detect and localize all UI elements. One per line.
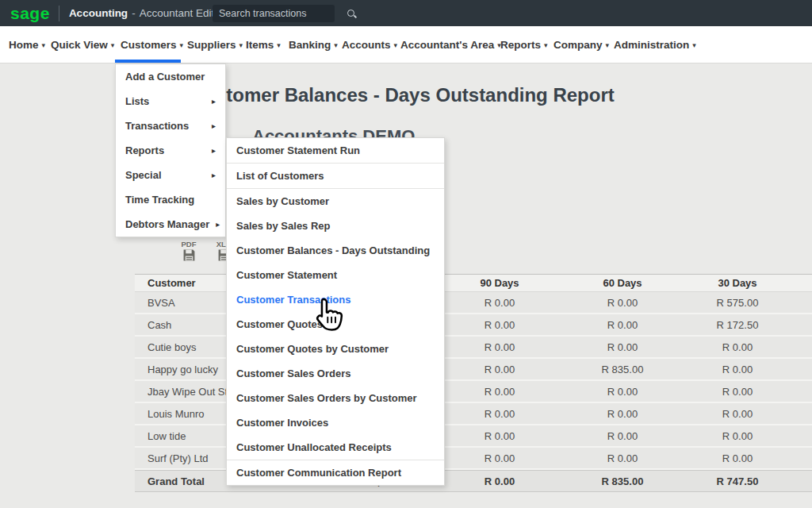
reports-submenu: Customer Statement Run List of Customers… xyxy=(226,137,445,486)
menu-item-time-tracking[interactable]: Time Tracking xyxy=(116,187,225,212)
value-60-days: R 0.00 xyxy=(555,408,690,420)
floppy-disk-icon xyxy=(182,248,196,262)
value-90-days: R 0.00 xyxy=(444,364,555,375)
menu-item-sales-by-customer[interactable]: Sales by Customer xyxy=(227,189,444,214)
value-30-days: R 575.00 xyxy=(690,297,785,309)
chevron-down-icon: ▾ xyxy=(334,41,338,49)
nav-item-reports[interactable]: Reports▾ xyxy=(500,26,548,64)
page-title: Customer Balances - Days Outstanding Rep… xyxy=(190,84,615,106)
value-60-days: R 835.00 xyxy=(555,364,690,375)
value-90-days: R 0.00 xyxy=(444,408,555,420)
chevron-down-icon: ▾ xyxy=(692,41,696,49)
chevron-down-icon: ▾ xyxy=(394,41,398,49)
menu-item-customer-statement-run[interactable]: Customer Statement Run xyxy=(227,138,444,163)
app-window: sage Accounting - Accountant Edition Hom… xyxy=(0,0,812,508)
submenu-arrow-icon: ▸ xyxy=(216,212,220,237)
menu-item-list-of-customers[interactable]: List of Customers xyxy=(227,164,444,188)
chevron-down-icon: ▾ xyxy=(277,41,281,49)
nav-item-accounts[interactable]: Accounts▾ xyxy=(342,26,397,64)
value-90-days: R 0.00 xyxy=(444,430,555,442)
menu-item-customer-sales-orders-by-customer[interactable]: Customer Sales Orders by Customer xyxy=(227,386,444,410)
value-30-days: R 0.00 xyxy=(690,452,785,464)
export-pdf-label: PDF xyxy=(182,240,197,248)
chevron-down-icon: ▾ xyxy=(606,41,610,49)
search-box[interactable] xyxy=(213,5,335,22)
nav-item-accountants-area[interactable]: Accountant's Area▾ xyxy=(400,26,501,64)
nav-item-suppliers[interactable]: Suppliers▾ xyxy=(187,26,243,64)
chevron-down-icon: ▾ xyxy=(42,41,46,49)
value-90-days: R 0.00 xyxy=(444,386,555,398)
nav-item-customers[interactable]: Customers▾ xyxy=(121,26,183,64)
chevron-down-icon: ▾ xyxy=(180,41,184,49)
menu-item-customer-statement[interactable]: Customer Statement xyxy=(227,263,444,287)
nav-item-company[interactable]: Company▾ xyxy=(553,26,609,64)
nav-item-banking[interactable]: Banking▾ xyxy=(289,26,338,64)
value-60-days: R 0.00 xyxy=(555,452,690,464)
column-header-90-days: 90 Days xyxy=(444,277,555,289)
menu-item-customer-invoices[interactable]: Customer Invoices xyxy=(227,410,444,435)
value-30-days: R 747.50 xyxy=(690,475,785,487)
submenu-arrow-icon: ▸ xyxy=(212,114,216,138)
menu-item-sales-by-sales-rep[interactable]: Sales by Sales Rep xyxy=(227,214,444,238)
column-header-60-days: 60 Days xyxy=(555,277,690,289)
value-90-days: R 0.00 xyxy=(444,475,555,487)
value-90-days: R 0.00 xyxy=(444,452,555,464)
menu-item-customer-balances-days-outstanding[interactable]: Customer Balances - Days Outstanding xyxy=(227,238,444,263)
chevron-down-icon: ▾ xyxy=(111,41,115,49)
value-30-days: R 0.00 xyxy=(690,430,785,442)
value-90-days: R 0.00 xyxy=(444,297,555,309)
menu-item-customer-quotes[interactable]: Customer Quotes xyxy=(227,312,444,337)
menu-item-customer-sales-orders[interactable]: Customer Sales Orders xyxy=(227,361,444,386)
product-name: Accounting xyxy=(69,7,128,19)
submenu-arrow-icon: ▸ xyxy=(212,163,216,187)
product-separator: - xyxy=(132,7,136,19)
menu-item-customer-communication-report[interactable]: Customer Communication Report xyxy=(227,460,444,485)
value-90-days: R 0.00 xyxy=(444,341,555,353)
menu-item-special[interactable]: Special▸ xyxy=(116,163,225,187)
main-nav: Home▾ Quick View▾ Customers▾ Suppliers▾ … xyxy=(0,26,812,64)
chevron-down-icon: ▾ xyxy=(544,41,548,49)
chevron-down-icon: ▾ xyxy=(239,41,243,49)
nav-item-administration[interactable]: Administration▾ xyxy=(614,26,696,64)
menu-item-customer-unallocated-receipts[interactable]: Customer Unallocated Receipts xyxy=(227,435,444,460)
search-input[interactable] xyxy=(219,8,347,19)
menu-item-reports[interactable]: Reports▸ xyxy=(116,138,225,163)
menu-item-lists[interactable]: Lists▸ xyxy=(116,89,225,114)
value-30-days: R 0.00 xyxy=(690,364,785,375)
export-pdf-button[interactable]: PDF xyxy=(173,240,205,270)
customers-dropdown-menu: Add a Customer Lists▸ Transactions▸ Repo… xyxy=(115,64,226,237)
logo-divider xyxy=(59,6,59,21)
value-60-days: R 0.00 xyxy=(555,297,690,309)
menu-item-debtors-manager[interactable]: Debtors Manager▸ xyxy=(116,212,225,237)
menu-item-customer-quotes-by-customer[interactable]: Customer Quotes by Customer xyxy=(227,337,444,361)
menu-item-add-a-customer[interactable]: Add a Customer xyxy=(116,64,225,89)
value-30-days: R 172.50 xyxy=(690,319,785,331)
nav-item-quick-view[interactable]: Quick View▾ xyxy=(51,26,114,64)
nav-item-items[interactable]: Items▾ xyxy=(246,26,281,64)
active-tab-indicator xyxy=(115,60,181,63)
menu-item-customer-transactions[interactable]: Customer Transactions xyxy=(227,287,444,312)
value-60-days: R 0.00 xyxy=(555,430,690,442)
search-icon[interactable] xyxy=(347,9,357,19)
value-60-days: R 835.00 xyxy=(555,475,690,487)
submenu-arrow-icon: ▸ xyxy=(212,138,216,163)
top-bar: sage Accounting - Accountant Edition xyxy=(0,0,812,26)
column-header-30-days: 30 Days xyxy=(690,277,785,289)
nav-item-home[interactable]: Home▾ xyxy=(9,26,45,64)
value-60-days: R 0.00 xyxy=(555,341,690,353)
value-90-days: R 0.00 xyxy=(444,319,555,331)
value-60-days: R 0.00 xyxy=(555,386,690,398)
value-30-days: R 0.00 xyxy=(690,386,785,398)
submenu-arrow-icon: ▸ xyxy=(212,89,216,114)
value-30-days: R 0.00 xyxy=(690,408,785,420)
menu-item-transactions[interactable]: Transactions▸ xyxy=(116,114,225,138)
value-30-days: R 0.00 xyxy=(690,341,785,353)
value-60-days: R 0.00 xyxy=(555,319,690,331)
sage-logo: sage xyxy=(10,0,50,26)
